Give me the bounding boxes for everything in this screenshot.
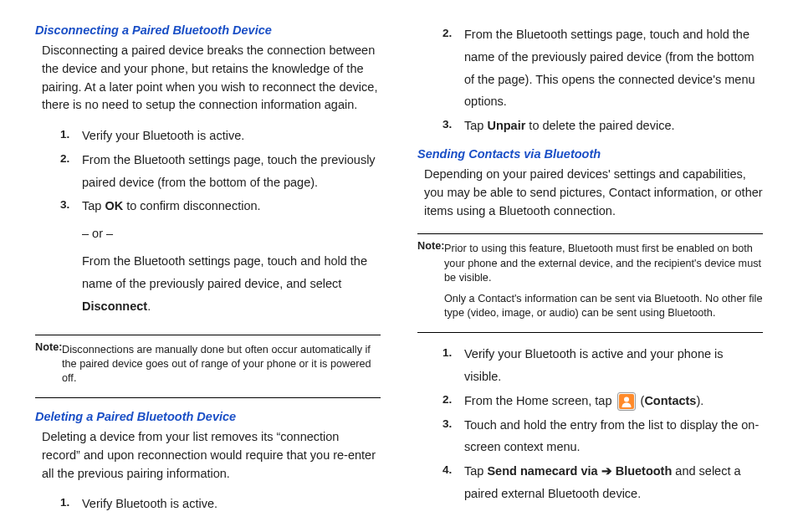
bold-send-namecard: Send namecard via	[487, 464, 597, 478]
step-item: 3. Tap OK to confirm disconnection. – or…	[60, 195, 381, 317]
note-text: Disconnections are manually done but oft…	[62, 343, 381, 386]
step-number: 4.	[442, 460, 452, 481]
paragraph: Disconnecting a paired device breaks the…	[42, 42, 381, 115]
note-text: Only a Contact's information can be sent…	[444, 292, 763, 320]
step-item: 1. Verify your Bluetooth is active and y…	[442, 343, 763, 388]
step-number: 2.	[60, 149, 69, 170]
divider	[35, 335, 381, 335]
bold-bluetooth: Bluetooth	[616, 464, 673, 478]
step-number: 2.	[442, 390, 452, 411]
heading-sending: Sending Contacts via Bluetooth	[417, 147, 763, 161]
note-text: Prior to using this feature, Bluetooth m…	[444, 242, 763, 284]
divider	[417, 332, 763, 333]
bold-unpair: Unpair	[487, 119, 525, 132]
paragraph: Depending on your paired devices' settin…	[424, 166, 763, 220]
note-label: Note:	[35, 341, 62, 353]
step-number: 1.	[60, 493, 69, 514]
step-text-part: .	[147, 299, 151, 313]
right-column: 2. From the Bluetooth settings page, tou…	[417, 23, 763, 525]
divider	[35, 397, 381, 398]
step-text-part: From the Bluetooth settings page, touch …	[82, 254, 367, 290]
step-text: Verify your Bluetooth is active.	[82, 129, 244, 142]
step-text: to confirm disconnection.	[123, 199, 260, 212]
step-item: 2. From the Bluetooth settings page, tou…	[442, 23, 763, 113]
page-content: Disconnecting a Paired Bluetooth Device …	[35, 23, 763, 525]
step-text: ).	[696, 394, 703, 407]
step-number: 1.	[442, 343, 452, 364]
step-number: 3.	[442, 414, 452, 435]
note-block: Note: Disconnections are manually done b…	[35, 340, 381, 386]
step-item: 3. Touch and hold the entry from the lis…	[442, 414, 763, 459]
heading-disconnecting: Disconnecting a Paired Bluetooth Device	[35, 23, 381, 37]
step-text: Touch and hold the entry from the list t…	[464, 418, 759, 454]
step-text: to delete the paired device.	[525, 119, 674, 132]
step-text: Verify your Bluetooth is active and your…	[464, 347, 724, 383]
steps-list: 1. Verify your Bluetooth is active. 2. F…	[60, 125, 381, 320]
contacts-icon	[617, 392, 636, 411]
svg-point-1	[624, 396, 629, 402]
step-item: 2. From the Bluetooth settings page, tou…	[60, 149, 381, 194]
step-item: 2. From the Home screen, tap (Contacts).	[442, 390, 763, 412]
step-item: 4. Tap Send namecard via ➔ Bluetooth and…	[442, 460, 763, 505]
step-number: 3.	[60, 195, 69, 216]
step-text: From the Home screen, tap	[464, 394, 616, 407]
step-text: Tap	[82, 199, 105, 212]
steps-list: 1. Verify your Bluetooth is active and y…	[442, 343, 763, 507]
step-text: From the Bluetooth settings page, touch …	[82, 250, 381, 317]
step-number: 1.	[60, 125, 69, 146]
step-item: 1. Verify your Bluetooth is active.	[60, 125, 381, 147]
step-text: Tap	[464, 119, 487, 132]
heading-deleting: Deleting a Paired Bluetooth Device	[35, 410, 381, 423]
step-text: From the Bluetooth settings page, touch …	[82, 153, 376, 189]
step-item: 1. Verify Bluetooth is active.	[60, 493, 381, 515]
steps-list: 2. From the Bluetooth settings page, tou…	[442, 23, 763, 139]
paragraph: Deleting a device from your list removes…	[42, 428, 381, 483]
step-text: Verify Bluetooth is active.	[82, 497, 217, 510]
or-text: – or –	[82, 223, 381, 245]
arrow-icon: ➔	[598, 464, 616, 478]
note-label: Note:	[417, 240, 444, 252]
left-column: Disconnecting a Paired Bluetooth Device …	[35, 23, 381, 525]
step-item: 3. Tap Unpair to delete the paired devic…	[442, 115, 763, 137]
step-text: Tap	[464, 464, 487, 478]
divider	[417, 233, 763, 234]
bold-contacts: Contacts	[644, 394, 696, 407]
bold-disconnect: Disconnect	[82, 299, 147, 313]
bold-ok: OK	[105, 199, 123, 212]
step-number: 3.	[442, 115, 452, 136]
steps-list: 1. Verify Bluetooth is active.	[60, 493, 381, 517]
step-number: 2.	[442, 23, 452, 44]
note-block: Note: Prior to using this feature, Bluet…	[417, 239, 763, 320]
step-text: From the Bluetooth settings page, touch …	[464, 28, 755, 108]
